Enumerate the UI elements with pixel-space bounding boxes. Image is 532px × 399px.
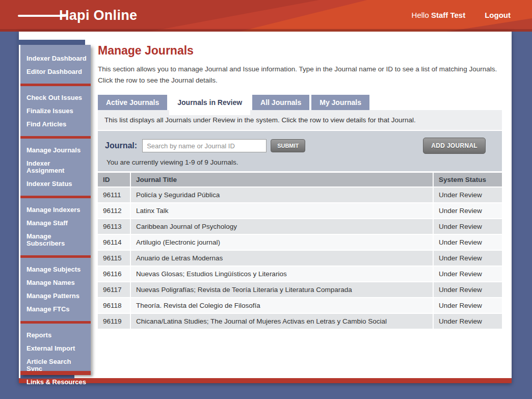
table-row[interactable]: 96117 Nuevas Poligrafías; Revista de Teo… [98, 282, 502, 298]
cell-status: Under Review [433, 203, 502, 219]
filter-row: Journal: SUBMIT ADD JOURNAL [105, 138, 495, 154]
table-row[interactable]: 96115 Anuario de Letras Modernas Under R… [98, 250, 502, 266]
table-row[interactable]: 96112 Latinx Talk Under Review [98, 203, 502, 219]
cell-status: Under Review [433, 298, 502, 313]
cell-status: Under Review [433, 266, 502, 282]
sidebar-item-reports[interactable]: Reports [20, 329, 91, 342]
cell-id: 96113 [98, 219, 130, 234]
column-header-status: System Status [433, 173, 502, 187]
viewing-status-text: You are currently viewing 1-9 of 9 Journ… [105, 158, 495, 166]
table-row[interactable]: 96119 Chicana/Latina Studies; The Journa… [98, 313, 502, 329]
cell-id: 96117 [98, 282, 130, 298]
sidebar-nav: Indexer Dashboard Editor Dashboard Check… [20, 45, 91, 371]
table-header-row: ID Journal Title System Status [98, 173, 502, 187]
main-content: Manage Journals This section allows you … [98, 44, 502, 330]
cell-title: Latinx Talk [130, 203, 433, 219]
sidebar-item-manage-journals[interactable]: Manage Journals [20, 144, 91, 157]
greeting: Hello Staff Test [412, 11, 466, 19]
cell-id: 96118 [98, 298, 130, 313]
cell-status: Under Review [433, 282, 502, 298]
cell-title: Anuario de Letras Modernas [130, 250, 433, 266]
page-title: Manage Journals [98, 44, 502, 58]
cell-title: Nuevas Poligrafías; Revista de Teoría Li… [130, 282, 433, 298]
header-right: Hello Staff Test Logout [412, 0, 511, 30]
cell-status: Under Review [433, 250, 502, 266]
sidebar-item-indexer-dashboard[interactable]: Indexer Dashboard [20, 52, 91, 65]
table-row[interactable]: 96114 Artilugio (Electronic journal) Und… [98, 234, 502, 250]
cell-id: 96111 [98, 187, 130, 203]
column-header-id: ID [98, 173, 130, 187]
cell-id: 96114 [98, 234, 130, 250]
journal-filter-panel: Journal: SUBMIT ADD JOURNAL You are curr… [98, 131, 502, 171]
cell-status: Under Review [433, 187, 502, 203]
table-row[interactable]: 96113 Caribbean Journal of Psychology Un… [98, 219, 502, 234]
cell-id: 96119 [98, 313, 130, 329]
tab-my-journals[interactable]: My Journals [311, 95, 369, 110]
app-header: Hapi Online Hello Staff Test Logout [0, 0, 532, 32]
cell-id: 96112 [98, 203, 130, 219]
journal-tabs: Active Journals Journals in Review All J… [98, 95, 502, 110]
sidebar-item-manage-staff[interactable]: Manage Staff [20, 217, 91, 230]
cell-status: Under Review [433, 219, 502, 234]
cell-title: Artilugio (Electronic journal) [130, 234, 433, 250]
logout-link[interactable]: Logout [485, 11, 511, 19]
page-description: This section allows you to manage Journa… [98, 64, 502, 86]
submit-button[interactable]: SUBMIT [271, 139, 305, 152]
sidebar-item-find-articles[interactable]: Find Articles [20, 118, 91, 131]
sidebar-item-indexer-status[interactable]: Indexer Status [20, 177, 91, 191]
journal-search-input[interactable] [142, 139, 267, 152]
greeting-username: Staff Test [431, 11, 465, 19]
table-row[interactable]: 96116 Nuevas Glosas; Estudios Lingüístic… [98, 266, 502, 282]
sidebar-item-manage-subscribers[interactable]: Manage Subscribers [20, 230, 91, 250]
tab-active-journals[interactable]: Active Journals [98, 95, 167, 110]
sidebar-divider [20, 196, 91, 198]
table-row[interactable]: 96118 Theoría. Revista del Colegio de Fi… [98, 298, 502, 313]
cell-title: Policía y Seguridad Pública [130, 187, 433, 203]
sidebar-item-manage-patterns[interactable]: Manage Patterns [20, 289, 91, 303]
sidebar-divider [20, 136, 91, 139]
sidebar-item-manage-ftcs[interactable]: Manage FTCs [20, 303, 91, 316]
cell-status: Under Review [433, 234, 502, 250]
sidebar-item-check-out-issues[interactable]: Check Out Issues [20, 91, 91, 104]
sidebar-bottom-accent-red [20, 371, 91, 375]
sidebar-divider [20, 321, 91, 324]
journal-search-label: Journal: [105, 141, 137, 150]
sidebar-item-editor-dashboard[interactable]: Editor Dashboard [20, 65, 91, 78]
add-journal-button[interactable]: ADD JOURNAL [423, 138, 486, 154]
app-logo[interactable]: Hapi Online [59, 8, 137, 23]
tab-all-journals[interactable]: All Journals [252, 95, 309, 110]
sidebar-divider [20, 255, 91, 258]
sidebar-item-links-resources[interactable]: Links & Resources [20, 376, 91, 389]
tab-journals-in-review[interactable]: Journals in Review [169, 95, 250, 115]
sidebar-item-manage-indexers[interactable]: Manage Indexers [20, 203, 91, 217]
sidebar-divider [20, 84, 91, 86]
tab-info-text: This list displays all Journals under Re… [98, 110, 502, 130]
sidebar-item-indexer-assignment[interactable]: Indexer Assignment [20, 157, 91, 177]
cell-title: Nuevas Glosas; Estudios Lingüísticos y L… [130, 266, 433, 282]
cell-title: Chicana/Latina Studies; The Journal of M… [130, 313, 433, 329]
cell-title: Caribbean Journal of Psychology [130, 219, 433, 234]
sidebar-item-finalize-issues[interactable]: Finalize Issues [20, 104, 91, 118]
greeting-prefix: Hello [412, 11, 429, 19]
page: Hapi Online Hello Staff Test Logout Inde… [0, 0, 532, 399]
column-header-title: Journal Title [130, 173, 433, 187]
cell-status: Under Review [433, 313, 502, 329]
cell-id: 96115 [98, 250, 130, 266]
sidebar-item-manage-names[interactable]: Manage Names [20, 276, 91, 289]
sidebar-top-accent [17, 40, 85, 45]
table-row[interactable]: 96111 Policía y Seguridad Pública Under … [98, 187, 502, 203]
sidebar-item-manage-subjects[interactable]: Manage Subjects [20, 263, 91, 276]
cell-id: 96116 [98, 266, 130, 282]
sidebar-item-external-import[interactable]: External Import [20, 342, 91, 355]
cell-title: Theoría. Revista del Colegio de Filosofí… [130, 298, 433, 313]
journals-table: ID Journal Title System Status 96111 Pol… [98, 173, 502, 330]
